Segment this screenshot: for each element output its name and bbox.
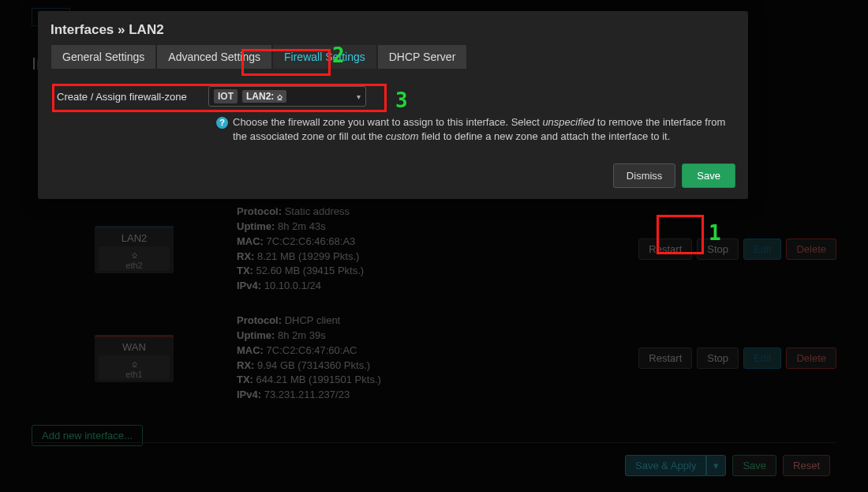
tab-general-settings[interactable]: General Settings	[51, 44, 156, 69]
tab-dhcp-server[interactable]: DHCP Server	[377, 44, 468, 69]
interface-edit-modal: Interfaces » LAN2 General Settings Advan…	[38, 11, 748, 199]
firewall-zone-select[interactable]: IOT LAN2: ⎐ ▾	[208, 86, 366, 107]
firewall-zone-row: Create / Assign firewall-zone IOT LAN2: …	[51, 84, 735, 109]
firewall-zone-label: Create / Assign firewall-zone	[57, 91, 197, 103]
zone-interface-chip: LAN2: ⎐	[242, 90, 286, 103]
info-icon: ?	[216, 117, 228, 129]
chevron-down-icon: ▾	[357, 92, 361, 101]
modal-footer: Dismiss Save	[51, 163, 735, 188]
help-text: ? Choose the firewall zone you want to a…	[216, 115, 735, 144]
save-button[interactable]: Save	[682, 163, 735, 188]
ethernet-icon: ⎐	[277, 91, 282, 102]
dismiss-button[interactable]: Dismiss	[613, 163, 676, 188]
modal-title: Interfaces » LAN2	[51, 22, 735, 38]
zone-badge: IOT	[214, 89, 238, 103]
tab-firewall-settings[interactable]: Firewall Settings	[272, 44, 377, 69]
modal-tabs: General Settings Advanced Settings Firew…	[51, 44, 735, 69]
tab-advanced-settings[interactable]: Advanced Settings	[156, 44, 272, 69]
